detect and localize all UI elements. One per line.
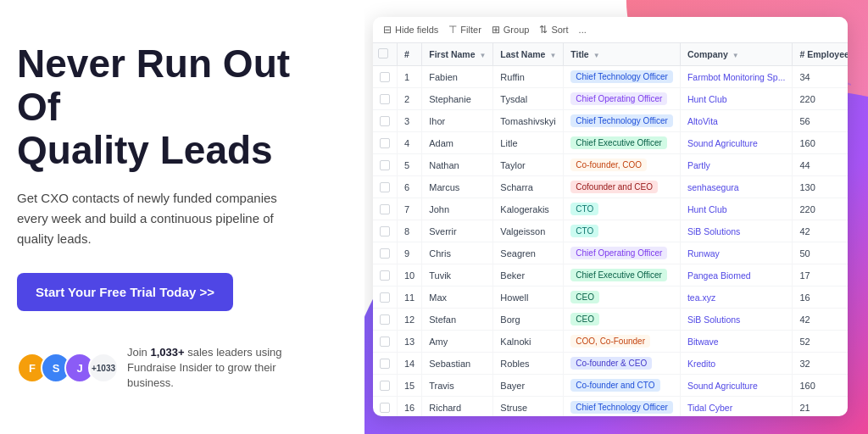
th-first-name[interactable]: First Name ▼ [422,43,493,66]
more-label: ... [579,25,587,35]
th-employees[interactable]: # Employees ▼ [793,43,848,66]
cell-company[interactable]: SiB Solutions [680,309,793,331]
more-btn[interactable]: ... [579,25,587,35]
cell-company[interactable]: SiB Solutions [680,220,793,242]
table-row: 2 Stephanie Tysdal Chief Operating Offic… [373,88,848,110]
cell-title: CTO [564,198,681,220]
group-icon: ⊞ [492,24,500,36]
company-link: Hunt Club [687,204,727,214]
cell-first-name: Sebastian [422,353,493,375]
company-link: tea.xyz [687,292,715,303]
cell-employees: 160 [793,375,848,397]
cell-checkbox [373,287,398,309]
cell-company[interactable]: senhasegura [680,176,793,198]
cell-title: Chief Executive Officer [564,264,681,287]
cell-last-name: Borg [493,309,564,331]
cell-employees: 42 [793,309,848,331]
table-row: 4 Adam Litle Chief Executive Officer Sou… [373,132,848,154]
cell-last-name: Valgeisson [493,220,564,242]
cell-company[interactable]: Runway [680,242,793,264]
cell-last-name: Howell [493,287,564,309]
sort-btn[interactable]: ⇅ Sort [539,24,568,36]
cell-employees: 52 [793,331,848,353]
cell-company[interactable]: Farmbot Monitoring Sp... [680,66,793,88]
cell-employees: 160 [793,132,848,154]
cell-num: 12 [398,309,422,331]
table-row: 12 Stefan Borg CEO SiB Solutions 42 Vent… [373,309,848,331]
cell-checkbox [373,88,398,110]
cell-checkbox [373,309,398,331]
cell-num: 9 [398,242,422,264]
cell-title: Chief Operating Officer [564,242,681,264]
table-row: 14 Sebastian Robles Co-founder & CEO Kre… [373,353,848,375]
cell-employees: 16 [793,287,848,309]
th-title[interactable]: Title ▼ [564,43,681,66]
cell-company[interactable]: Bitwave [680,331,793,353]
cell-company[interactable]: Hunt Club [680,198,793,220]
table-row: 15 Travis Bayer Co-founder and CTO Sound… [373,375,848,397]
left-panel: Never Run Out Of Quality Leads Get CXO c… [0,0,364,434]
cell-first-name: Tuvik [422,264,493,287]
cell-checkbox [373,220,398,242]
company-link: Hunt Club [687,94,727,104]
cell-num: 5 [398,154,422,176]
th-last-name[interactable]: Last Name ▼ [493,43,564,66]
cell-first-name: Fabien [422,66,493,88]
cell-company[interactable]: Sound Agriculture [680,132,793,154]
cell-checkbox [373,264,398,287]
hide-fields-icon: ⊟ [383,24,392,36]
cell-employees: 56 [793,110,848,132]
cell-checkbox [373,198,398,220]
cell-company[interactable]: tea.xyz [680,287,793,309]
hide-fields-btn[interactable]: ⊟ Hide fields [383,24,438,36]
cell-num: 7 [398,198,422,220]
filter-label: Filter [460,25,481,35]
cell-employees: 50 [793,242,848,264]
cell-first-name: Max [422,287,493,309]
cell-num: 8 [398,220,422,242]
cell-company[interactable]: Hunt Club [680,88,793,110]
cell-checkbox [373,375,398,397]
cell-first-name: Ihor [422,110,493,132]
cell-last-name: Robles [493,353,564,375]
cell-title: Co-founder, COO [564,154,681,176]
table-row: 11 Max Howell CEO tea.xyz 16 Seed [373,287,848,309]
sort-label: Sort [551,25,568,35]
th-company[interactable]: Company ▼ [680,43,793,66]
social-proof-count: 1,033+ [150,346,184,359]
cell-employees: 34 [793,66,848,88]
cell-checkbox [373,110,398,132]
table-row: 16 Richard Struse Chief Technology Offic… [373,397,848,417]
cell-employees: 220 [793,88,848,110]
cell-num: 3 [398,110,422,132]
cell-first-name: Chris [422,242,493,264]
cell-company[interactable]: AltoVita [680,110,793,132]
cell-last-name: Scharra [493,176,564,198]
cell-employees: 220 [793,198,848,220]
cell-num: 10 [398,264,422,287]
th-num: # [398,43,422,66]
cta-button[interactable]: Start Your Free Trial Today >> [17,273,233,311]
cell-company[interactable]: Pangea Biomed [680,264,793,287]
table-row: 7 John Kalogerakis CTO Hunt Club 220 Ser… [373,198,848,220]
cell-first-name: Stefan [422,309,493,331]
cell-title: Chief Technology Officer [564,110,681,132]
group-label: Group [504,25,530,35]
cell-num: 15 [398,375,422,397]
group-btn[interactable]: ⊞ Group [492,24,530,36]
cell-checkbox [373,397,398,417]
cell-company[interactable]: Kredito [680,353,793,375]
company-link: SiB Solutions [687,314,740,325]
cell-title: Chief Operating Officer [564,88,681,110]
cell-company[interactable]: Tidal Cyber [680,397,793,417]
filter-icon: ⊤ [448,24,457,36]
table-row: 6 Marcus Scharra Cofounder and CEO senha… [373,176,848,198]
filter-btn[interactable]: ⊤ Filter [448,24,481,36]
cell-checkbox [373,154,398,176]
cell-company[interactable]: Sound Agriculture [680,375,793,397]
cell-first-name: Nathan [422,154,493,176]
company-link: Sound Agriculture [687,138,758,148]
cell-company[interactable]: Partly [680,154,793,176]
leads-table: # First Name ▼ Last Name ▼ Title ▼ Compa… [373,43,848,416]
cell-last-name: Ruffin [493,66,564,88]
